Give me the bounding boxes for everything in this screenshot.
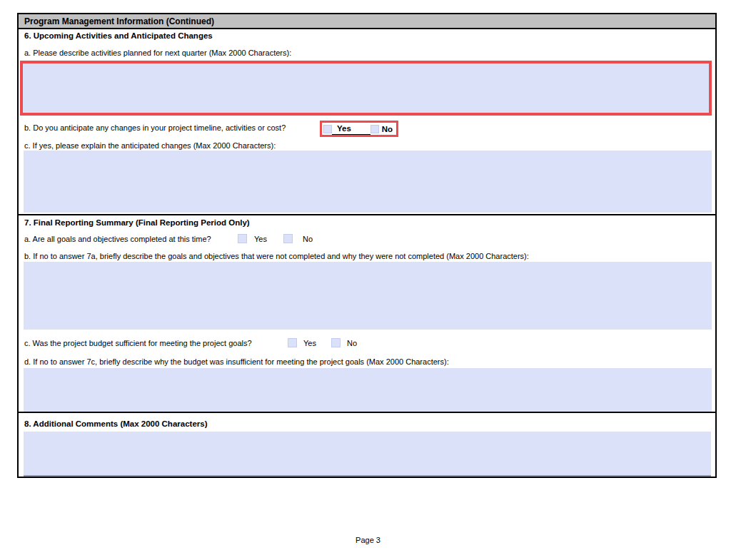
section7-qa-label: a. Are all goals and objectives complete… — [24, 235, 211, 243]
section8-title: 8. Additional Comments (Max 2000 Charact… — [24, 419, 207, 428]
section6-qa-label: a. Please describe activities planned fo… — [24, 49, 291, 57]
section6-qb-label: b. Do you anticipate any changes in your… — [24, 123, 286, 132]
budget-sufficient-yes-checkbox[interactable] — [288, 338, 297, 347]
anticipate-changes-yes-checkbox[interactable] — [323, 125, 332, 133]
goals-completed-yes-label: Yes — [254, 235, 267, 243]
form-section-header: Program Management Information (Continue… — [19, 14, 715, 29]
budget-sufficient-no-checkbox[interactable] — [331, 338, 341, 347]
goals-completed-no-label: No — [303, 235, 313, 243]
anticipate-changes-field-group: Yes No — [320, 121, 398, 137]
section7-title: 7. Final Reporting Summary (Final Report… — [24, 218, 250, 227]
section-divider — [19, 214, 715, 215]
activities-next-quarter-field[interactable] — [20, 61, 712, 116]
budget-insufficient-description-field[interactable] — [24, 368, 712, 412]
section7-qd-label: d. If no to answer 7c, briefly describe … — [24, 357, 449, 366]
anticipate-changes-no-checkbox[interactable] — [370, 125, 379, 133]
budget-sufficient-yes-label: Yes — [303, 339, 316, 347]
goals-completed-no-checkbox[interactable] — [283, 234, 293, 243]
budget-sufficient-no-label: No — [347, 339, 357, 347]
anticipate-changes-no-label: No — [379, 125, 395, 133]
program-management-form: Program Management Information (Continue… — [17, 13, 717, 478]
explain-anticipated-changes-field[interactable] — [24, 151, 712, 213]
additional-comments-field[interactable] — [24, 432, 711, 477]
section7-qb-label: b. If no to answer 7a, briefly describe … — [24, 252, 529, 260]
section6-title: 6. Upcoming Activities and Anticipated C… — [24, 31, 213, 40]
section6-qc-label: c. If yes, please explain the anticipate… — [24, 141, 276, 150]
section7-qc-label: c. Was the project budget sufficient for… — [24, 339, 252, 347]
form-header-title: Program Management Information (Continue… — [24, 16, 214, 26]
goals-completed-yes-checkbox[interactable] — [238, 234, 247, 243]
section-divider — [19, 412, 715, 413]
page-number: Page 3 — [0, 536, 736, 544]
anticipate-changes-yes-label: Yes — [332, 123, 370, 135]
goals-not-completed-description-field[interactable] — [24, 262, 712, 330]
